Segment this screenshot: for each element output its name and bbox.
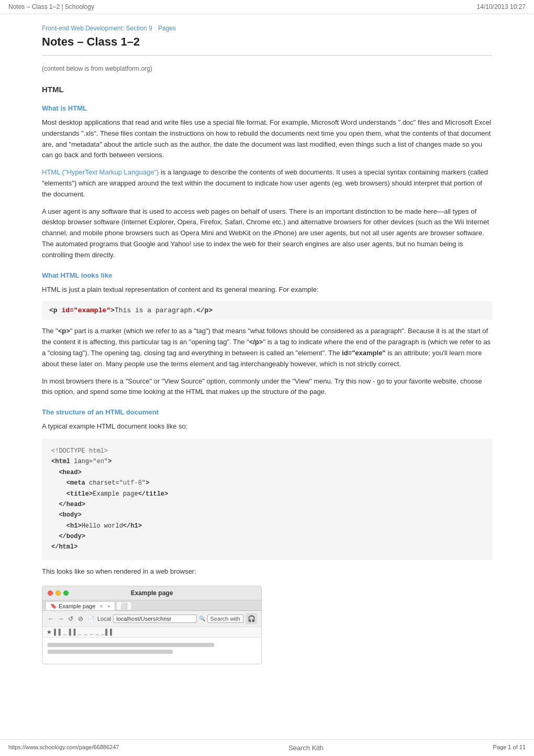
browser-tab-new[interactable]: + (107, 603, 110, 609)
breadcrumb-link-1[interactable]: Front-end Web Development: Section 9 (42, 25, 152, 32)
browser-minimize-dot (55, 590, 61, 596)
bookmark-star-icon: ★ (47, 629, 52, 636)
browser-tab-favicon: 🔖 (50, 603, 57, 609)
browser-forward-button[interactable]: → (57, 615, 65, 623)
browser-tab[interactable]: 🔖 Example page × + (46, 601, 115, 610)
content-note: (content below is from webplatform.org) (42, 65, 492, 72)
paragraph-3: A user agent is any software that is use… (42, 206, 492, 261)
browser-bookmarks-bar: ★ ▌▌_ ▌▌_ _ _ _ _▌▌ (42, 627, 261, 638)
close-p-tag-ref: </p> (249, 338, 263, 346)
what-is-html-link[interactable]: What is HTML (42, 104, 492, 112)
browser-bookmarks-content: ▌▌_ ▌▌_ _ _ _ _▌▌ (54, 629, 115, 635)
breadcrumb-link-2[interactable]: Pages (158, 25, 176, 32)
paragraph-1: Most desktop applications that read and … (42, 117, 492, 161)
top-bar: Notes – Class 1–2 | Schoology 14/10/2013… (0, 0, 534, 14)
main-content: Front-end Web Development: Section 9 Pag… (26, 14, 508, 704)
code-example-inline: <p id="example">This is a paragraph.</p> (42, 301, 492, 320)
structure-link[interactable]: The structure of an HTML document (42, 408, 492, 416)
browser-tab-bar: 🔖 Example page × + ⬜ (42, 600, 261, 611)
browser-titlebar: Example page (42, 586, 261, 600)
paragraph-8: This looks like so when rendered in a we… (42, 566, 492, 577)
browser-content-area (42, 638, 261, 664)
browser-maximize-dot (63, 590, 69, 596)
browser-refresh-button[interactable]: ↺ (66, 615, 75, 623)
html-hypertext-link[interactable]: HTML ("HyperText Markup Language") (42, 168, 159, 176)
browser-window-controls (48, 590, 69, 596)
attr-example: id="example" (342, 349, 386, 357)
browser-extension-icon[interactable]: 🎧 (246, 613, 257, 624)
browser-back-button[interactable]: ← (47, 615, 55, 623)
datetime: 14/10/2013 10:27 (477, 3, 526, 10)
paragraph-7: A typical example HTML document looks li… (42, 421, 492, 432)
page-footer: https://www.schoology.com/page/66886247 … (0, 739, 534, 756)
browser-url-bar[interactable]: localhost/Users/chrisr (113, 615, 196, 623)
what-html-looks-link[interactable]: What HTML looks like (42, 271, 492, 279)
tab-title: Notes – Class 1–2 | Schoology (8, 3, 94, 10)
browser-search-bar[interactable]: Search with (207, 615, 243, 623)
browser-navbar: ← → ↺ ⊘ 📄 Local localhost/Users/chrisr 🔍… (42, 611, 261, 627)
browser-close-dot (48, 590, 53, 596)
code-block-html: <!DOCTYPE html> <html lang="en"> <head> … (42, 439, 492, 560)
footer-search-kith: Search Kith (288, 744, 324, 752)
browser-local-label: Local (97, 616, 111, 622)
p-tag-ref: <p> (58, 327, 70, 335)
footer-page-number: Page 1 of 11 (493, 744, 526, 752)
paragraph-6: In most browsers there is a "Source" or … (42, 376, 492, 398)
browser-content-line-2 (48, 650, 173, 654)
browser-stop-button[interactable]: ⊘ (76, 615, 85, 623)
browser-window-resize: ⬜ (116, 601, 132, 610)
browser-local-icon: 📄 (88, 616, 94, 621)
browser-search-icon: 🔍 (199, 616, 205, 621)
browser-title: Example page (131, 589, 173, 597)
browser-nav-controls: ← → ↺ ⊘ (47, 615, 85, 623)
title-divider (42, 55, 492, 56)
paragraph-5: The "<p>" part is a marker (which we ref… (42, 326, 492, 369)
browser-search-label: Search with (210, 616, 240, 622)
breadcrumb: Front-end Web Development: Section 9 Pag… (42, 25, 492, 32)
browser-content-line-1 (48, 643, 214, 647)
paragraph-4: HTML is just a plain textual representat… (42, 284, 492, 295)
paragraph-2: HTML ("HyperText Markup Language") is a … (42, 167, 492, 200)
html-section-heading: HTML (42, 85, 492, 94)
page-title: Notes – Class 1–2 (42, 35, 492, 49)
footer-url: https://www.schoology.com/page/66886247 (8, 744, 119, 752)
browser-tab-close[interactable]: × (99, 603, 103, 609)
browser-mockup: Example page 🔖 Example page × + ⬜ ← → ↺ … (42, 586, 262, 664)
browser-tab-label: Example page (59, 603, 95, 609)
